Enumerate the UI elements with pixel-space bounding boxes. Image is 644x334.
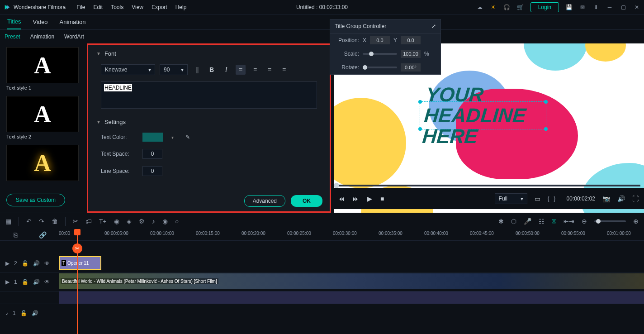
title-clip[interactable]: TOpener 11: [59, 256, 101, 270]
minimize-icon[interactable]: ─: [606, 4, 613, 11]
menu-help[interactable]: Help: [175, 4, 187, 10]
preview-scrubber[interactable]: [334, 185, 640, 186]
link-icon[interactable]: 🔗: [39, 231, 47, 239]
slider-thumb[interactable]: [596, 219, 601, 224]
save-icon[interactable]: 💾: [565, 4, 573, 11]
tab-video[interactable]: Video: [33, 15, 48, 29]
title-group-controller-panel[interactable]: Title Group Controller ⤢ Position: X Y S…: [330, 19, 441, 75]
prev-frame-button[interactable]: ⏮: [338, 195, 345, 202]
download-icon[interactable]: ⬇: [592, 4, 600, 11]
save-as-custom-button[interactable]: Save as Custom: [6, 194, 65, 206]
menu-export[interactable]: Export: [152, 4, 167, 10]
tab-titles[interactable]: Titles: [7, 14, 21, 29]
chevron-down-icon[interactable]: ▾: [171, 135, 174, 140]
resize-handle[interactable]: [418, 127, 422, 131]
delete-icon[interactable]: 🗑: [52, 218, 58, 225]
login-button[interactable]: Login: [530, 2, 559, 12]
quality-dropdown[interactable]: Full▾: [495, 193, 527, 204]
tag-icon[interactable]: 🏷: [85, 218, 92, 225]
cloud-icon[interactable]: ☁: [476, 4, 483, 11]
italic-button[interactable]: I: [221, 65, 231, 75]
text-color-swatch[interactable]: [142, 133, 163, 142]
next-frame-button[interactable]: ⏭: [353, 195, 359, 202]
grid-icon[interactable]: ▦: [5, 218, 11, 225]
slider-thumb[interactable]: [363, 65, 367, 70]
redo-icon[interactable]: ↷: [39, 218, 44, 225]
rotate-slider[interactable]: [363, 67, 397, 68]
track-content[interactable]: [59, 304, 644, 322]
display-icon[interactable]: ▭: [535, 195, 540, 202]
marker-brackets[interactable]: { }: [548, 196, 556, 202]
resize-handle[interactable]: [418, 100, 422, 104]
track-icon[interactable]: ▶: [5, 260, 9, 267]
snapshot-icon[interactable]: 📷: [602, 195, 610, 202]
audio-icon[interactable]: ♪: [152, 218, 155, 225]
mixer-icon[interactable]: ☷: [539, 218, 545, 225]
menu-view[interactable]: View: [132, 4, 143, 10]
undo-icon[interactable]: ↶: [26, 218, 32, 225]
text-space-input[interactable]: [142, 149, 162, 159]
subtab-wordart[interactable]: WordArt: [64, 33, 84, 40]
visibility-icon[interactable]: 👁: [44, 260, 50, 267]
mute-icon[interactable]: 🔊: [33, 279, 40, 285]
collapse-icon[interactable]: ⤢: [431, 23, 436, 29]
advanced-button[interactable]: Advanced: [244, 195, 285, 207]
panel-header[interactable]: Title Group Controller ⤢: [330, 19, 440, 33]
subtab-animation[interactable]: Animation: [30, 33, 54, 40]
align-right-button[interactable]: ≡: [265, 65, 275, 75]
copy-icon[interactable]: ⎘: [14, 231, 17, 239]
track-icon[interactable]: ♪: [5, 310, 8, 316]
style-thumb-2[interactable]: A: [6, 96, 79, 132]
resize-handle[interactable]: [544, 127, 548, 131]
zoom-in-icon[interactable]: ⊕: [633, 218, 639, 225]
color-icon[interactable]: ◈: [127, 218, 132, 225]
mic-icon[interactable]: 🎤: [524, 218, 531, 225]
render-icon[interactable]: ✱: [498, 218, 504, 225]
scrubber-thumb[interactable]: [334, 183, 339, 188]
menu-tools[interactable]: Tools: [111, 4, 123, 10]
ok-button[interactable]: OK: [291, 195, 322, 207]
speed-icon[interactable]: ◉: [114, 218, 119, 225]
font-section-header[interactable]: ▼ Font: [96, 50, 322, 57]
text-add-icon[interactable]: T+: [99, 218, 107, 225]
visibility-icon[interactable]: 👁: [44, 279, 50, 285]
settings-icon[interactable]: ⚙: [139, 218, 145, 225]
resize-handle[interactable]: [544, 100, 548, 104]
audio-waveform[interactable]: [59, 291, 644, 304]
fullscreen-icon[interactable]: ⛶: [632, 195, 639, 202]
headset-icon[interactable]: 🎧: [503, 4, 511, 11]
align-center-button[interactable]: ≡: [250, 65, 260, 75]
brightness-icon[interactable]: ☀: [490, 4, 497, 11]
position-x-input[interactable]: [370, 36, 390, 44]
fit-icon[interactable]: ⇤⇥: [564, 218, 574, 225]
font-family-dropdown[interactable]: Knewave▾: [101, 64, 155, 75]
stop-button[interactable]: ■: [380, 195, 384, 202]
track-content[interactable]: TOpener 11: [59, 254, 644, 272]
circle-icon[interactable]: ○: [175, 218, 179, 225]
eyedropper-icon[interactable]: ✎: [185, 134, 190, 140]
slider-thumb[interactable]: [369, 52, 374, 56]
track-content[interactable]: Beautiful World - Wild Animals (Petar Mi…: [59, 272, 644, 291]
position-y-input[interactable]: [401, 36, 421, 44]
playhead[interactable]: ✂: [77, 229, 78, 334]
scale-slider[interactable]: [363, 53, 397, 55]
zoom-out-icon[interactable]: ⊖: [582, 218, 587, 225]
subtab-preset[interactable]: Preset: [5, 33, 20, 40]
bold-button[interactable]: B: [207, 65, 217, 75]
style-thumb-1[interactable]: A: [6, 47, 79, 83]
track-content[interactable]: [59, 291, 644, 304]
close-icon[interactable]: ✕: [633, 4, 640, 11]
settings-section-header[interactable]: ▼ Settings: [96, 119, 322, 125]
menu-edit[interactable]: Edit: [94, 4, 103, 10]
align-left-button[interactable]: ≡: [236, 65, 246, 75]
snap-icon[interactable]: ⧖: [552, 217, 556, 225]
split-icon[interactable]: ✂: [72, 243, 82, 253]
cut-icon[interactable]: ✂: [73, 218, 78, 225]
title-text-input[interactable]: HEADLINE: [101, 81, 317, 109]
track-icon[interactable]: ▶: [5, 279, 9, 285]
time-ruler[interactable]: ⎘ 🔗 00:0000:00:05:0000:00:10:0000:00:15:…: [0, 229, 644, 241]
style-thumb-3[interactable]: A: [6, 145, 79, 181]
lock-icon[interactable]: 🔓: [22, 279, 28, 285]
volume-icon[interactable]: 🔊: [617, 195, 625, 202]
zoom-slider[interactable]: [594, 220, 626, 222]
